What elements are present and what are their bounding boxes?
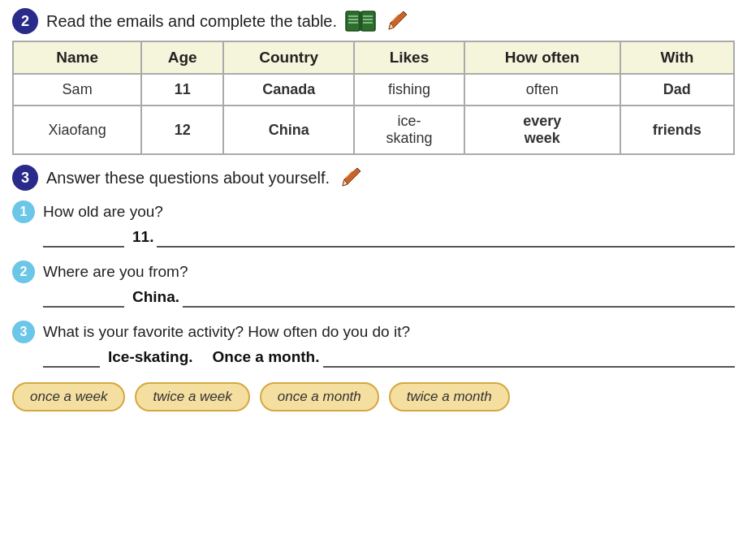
q1-text: How old are you? [43,203,163,221]
chips-row: once a week twice a week once a month tw… [12,382,735,411]
chip-0[interactable]: once a week [12,382,125,411]
q1-long-line [157,228,735,248]
q1-answer-area: 11. [43,228,735,248]
chip-2[interactable]: once a month [260,382,379,411]
q1-answer: 11. [132,228,153,248]
section2-instruction: Read the emails and complete the table. [46,12,337,31]
question-2: 2 Where are you from? [12,261,735,283]
q3-blank1 [43,348,100,368]
q3-text: What is your favorite activity? How ofte… [43,323,410,341]
qa-block-1: 1 How old are you? 11. [12,200,735,248]
book-icon [345,10,376,32]
xiaofang-age: 12 [141,106,223,154]
table-header-row: Name Age Country Likes How often With [13,41,734,74]
sam-country: Canada [223,74,354,106]
chip-1[interactable]: twice a week [135,382,249,411]
sam-age: 11 [141,74,223,106]
q2-circle: 2 [12,261,35,283]
question-1: 1 How old are you? [12,200,735,223]
q2-answer-area: China. [43,288,735,308]
section2-circle: 2 [12,8,38,34]
xiaofang-likes: ice-skating [354,106,464,154]
col-how-often: How often [464,41,620,74]
q2-answer: China. [132,288,179,308]
section3-circle: 3 [12,165,38,191]
svg-rect-1 [361,11,375,31]
col-age: Age [141,41,223,74]
col-name: Name [13,41,141,74]
q3-answer-area: Ice-skating. Once a month. [43,348,735,368]
xiaofang-country: China [223,106,354,154]
table-row: Xiaofang 12 China ice-skating everyweek … [13,106,734,154]
sam-with: Dad [620,74,734,106]
question-3: 3 What is your favorite activity? How of… [12,321,735,343]
sam-name: Sam [13,74,141,106]
qa-block-2: 2 Where are you from? China. [12,261,735,308]
col-country: Country [223,41,354,74]
col-with: With [620,41,734,74]
q3-long-line [323,348,735,368]
section3-header: 3 Answer these questions about yourself. [12,165,735,191]
q2-blank [43,288,124,308]
table-row: Sam 11 Canada fishing often Dad [13,74,734,106]
q3-answer1: Ice-skating. [108,348,193,368]
q1-blank [43,228,124,248]
sam-how-often: often [464,74,620,106]
q2-long-line [183,288,735,308]
xiaofang-how-often: everyweek [464,106,620,154]
sam-likes: fishing [354,74,464,106]
svg-rect-0 [346,11,360,31]
pencil-icon-2 [338,165,364,191]
col-likes: Likes [354,41,464,74]
section3-instruction: Answer these questions about yourself. [46,169,330,187]
qa-block-3: 3 What is your favorite activity? How of… [12,321,735,368]
q1-circle: 1 [12,200,35,223]
section2-header: 2 Read the emails and complete the table… [12,8,735,34]
activity-table: Name Age Country Likes How often With Sa… [12,41,735,155]
q3-answer2: Once a month. [213,348,320,368]
chip-3[interactable]: twice a month [389,382,510,411]
pencil-icon [384,8,410,34]
q2-text: Where are you from? [43,263,188,281]
xiaofang-name: Xiaofang [13,106,141,154]
xiaofang-with: friends [620,106,734,154]
q3-circle: 3 [12,321,35,343]
